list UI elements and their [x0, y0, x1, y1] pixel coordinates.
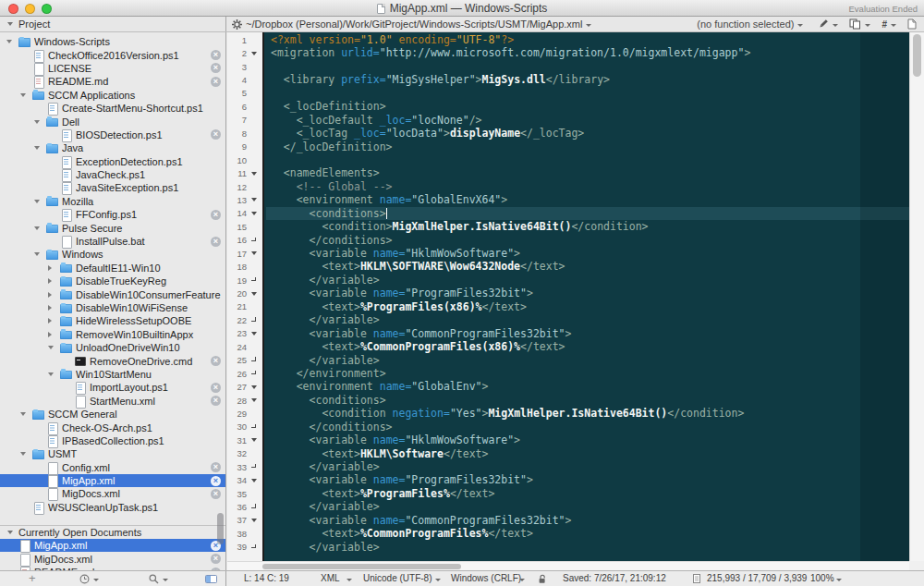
disclosure-triangle[interactable] [34, 146, 40, 150]
disclosure-triangle[interactable] [6, 40, 12, 43]
disclosure-triangle[interactable] [20, 93, 26, 97]
sidebar-item[interactable]: UnloadOneDriveWin10 [0, 341, 225, 354]
sidebar-item[interactable]: WSUSCleanUpTask.ps1 [0, 501, 225, 514]
file-path-popup[interactable]: ~/Dropbox (Personal)/Work/GitProject/Win… [246, 18, 593, 30]
disclosure-triangle[interactable] [34, 120, 40, 124]
fold-start-icon[interactable] [251, 292, 257, 296]
sidebar-item[interactable]: README.md× [0, 75, 225, 88]
fold-start-icon[interactable] [251, 398, 257, 402]
fold-start-icon[interactable] [251, 479, 257, 482]
close-icon[interactable]: × [211, 462, 221, 472]
close-icon[interactable]: × [211, 356, 221, 366]
code-text-area[interactable]: <?xml version="1.0" encoding="UTF-8"?><m… [266, 32, 909, 561]
zoom-popup[interactable]: 100% [810, 573, 834, 583]
sidebar-item[interactable]: RemoveWin10BuiltinAppx [0, 328, 225, 341]
sidebar-item[interactable]: Windows-Scripts [0, 35, 225, 48]
sidebar-item[interactable]: FFConfig.ps1× [0, 208, 225, 221]
disclosure-triangle[interactable] [20, 452, 26, 456]
close-icon[interactable]: × [211, 237, 221, 247]
disclosure-triangle[interactable] [48, 346, 54, 349]
sidebar-item[interactable]: Check-OS-Arch.ps1 [0, 421, 225, 433]
sidebar-item[interactable]: Dell [0, 115, 225, 128]
function-popup[interactable]: (no function selected) [697, 18, 805, 30]
fold-start-icon[interactable] [251, 519, 257, 522]
open-documents-disclosure-triangle[interactable] [7, 531, 13, 534]
lock-toggle[interactable] [538, 574, 547, 586]
close-icon[interactable]: × [211, 50, 221, 60]
fold-start-icon[interactable] [251, 172, 257, 176]
fold-start-icon[interactable] [251, 438, 257, 442]
file-options-button[interactable] [232, 19, 242, 30]
horizontal-scrollbar-thumb[interactable] [262, 564, 461, 569]
fold-start-icon[interactable] [251, 251, 257, 255]
fold-start-icon[interactable] [251, 212, 257, 215]
sidebar-item[interactable]: MigApp.xml× [0, 474, 225, 487]
sidebar-item[interactable]: MigApp.xml× [0, 539, 225, 552]
sidebar-item[interactable]: CheckOffice2016Version.ps1× [0, 48, 225, 61]
language-popup[interactable]: XML [321, 573, 340, 583]
close-icon[interactable]: × [211, 77, 221, 87]
sidebar-item[interactable]: SCCM Applications [0, 89, 225, 102]
fold-start-icon[interactable] [251, 385, 257, 389]
sidebar-item[interactable]: Pulse Secure [0, 221, 225, 234]
sidebar-item[interactable]: USMT [0, 447, 225, 460]
sidebar-item[interactable]: LICENSE× [0, 62, 225, 75]
close-icon[interactable]: × [211, 210, 221, 220]
disclosure-triangle[interactable] [48, 305, 52, 311]
markers-button[interactable] [818, 18, 840, 30]
disclosure-triangle[interactable] [34, 200, 40, 203]
recent-documents-button[interactable] [79, 571, 101, 586]
fold-start-icon[interactable] [251, 332, 257, 336]
sidebar-item[interactable]: IPBasedCollection.ps1 [0, 434, 225, 447]
sidebar-item[interactable]: BIOSDetection.ps1× [0, 128, 225, 141]
sidebar-item[interactable]: InstallPulse.bat× [0, 235, 225, 248]
new-document-button[interactable] [907, 18, 917, 30]
sidebar-item[interactable]: JavaCheck.ps1 [0, 168, 225, 181]
disclosure-triangle[interactable] [34, 226, 40, 230]
close-icon[interactable]: × [211, 489, 221, 499]
sidebar-scrollbar-thumb[interactable] [217, 513, 224, 544]
disclosure-triangle[interactable] [48, 292, 52, 298]
sidebar-item[interactable]: DefaultIE11-Win10 [0, 262, 225, 275]
sidebar-item[interactable]: Java [0, 141, 225, 154]
vertical-scrollbar-thumb[interactable] [913, 34, 921, 77]
sidebar-item[interactable]: RemoveOneDrive.cmd× [0, 354, 225, 367]
disclosure-triangle[interactable] [34, 252, 40, 256]
disclosure-triangle[interactable] [20, 412, 26, 416]
sidebar-item[interactable]: DisableTrueKeyReg [0, 275, 225, 287]
add-item-button[interactable]: + [29, 571, 36, 586]
disclosure-triangle[interactable] [48, 372, 54, 376]
close-icon[interactable]: × [211, 396, 221, 406]
project-disclosure-triangle[interactable] [7, 22, 13, 26]
sidebar-item[interactable]: Config.xml× [0, 461, 225, 474]
sidebar-item[interactable]: SCCM General [0, 408, 225, 421]
sidebar-item[interactable]: Windows [0, 248, 225, 261]
close-icon[interactable]: × [211, 554, 221, 564]
sidebar-item[interactable]: JavaSiteException.ps1 [0, 181, 225, 194]
sidebar-item[interactable]: ExceptionDetection.ps1 [0, 155, 225, 168]
encoding-popup[interactable]: Unicode (UTF-8) [363, 573, 432, 583]
fold-start-icon[interactable] [251, 198, 257, 201]
horizontal-scrollbar[interactable] [227, 561, 909, 570]
close-icon[interactable]: × [211, 383, 221, 393]
disclosure-triangle[interactable] [48, 278, 52, 284]
disclosure-triangle[interactable] [48, 265, 52, 271]
sidebar-item[interactable]: HideWirelessSetupOOBE [0, 314, 225, 327]
disclosure-triangle[interactable] [48, 332, 52, 337]
sidebar-item[interactable]: Mozilla [0, 195, 225, 208]
documents-button[interactable] [849, 18, 872, 30]
sidebar-item[interactable]: Win10StartMenu [0, 368, 225, 381]
sidebar-item[interactable]: DisableWin10WiFiSense [0, 301, 225, 314]
sidebar-item[interactable]: StartMenu.xml× [0, 395, 225, 408]
search-button[interactable] [149, 571, 170, 586]
sidebar-item[interactable]: ImportLayout.ps1× [0, 381, 225, 394]
sidebar-item[interactable]: MigDocs.xml× [0, 487, 225, 500]
sidebar-item[interactable]: Create-StartMenu-Shortcut.ps1 [0, 102, 225, 115]
sidebar-toggle-button[interactable] [205, 571, 217, 586]
line-number-button[interactable]: # [881, 19, 898, 30]
vertical-scrollbar[interactable] [909, 32, 924, 561]
sidebar-item[interactable]: MigDocs.xml× [0, 552, 225, 565]
close-icon[interactable]: × [211, 129, 221, 140]
line-endings-popup[interactable]: Windows (CRLF) [451, 573, 521, 583]
sidebar-item[interactable]: DisableWin10ConsumerFeature [0, 287, 225, 300]
